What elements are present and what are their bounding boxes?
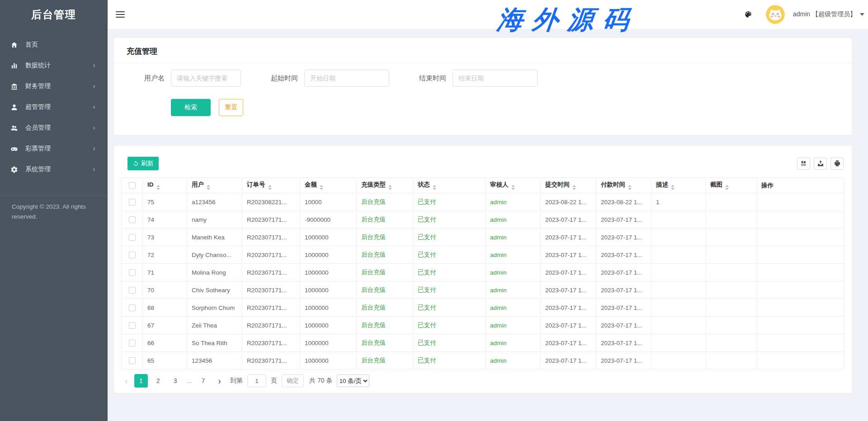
columns-button[interactable] [797,158,810,170]
row-checkbox[interactable] [129,269,136,276]
cell-order_no: R202307171... [242,246,300,264]
start-time-label: 起始时间 [264,74,298,83]
page-button-2[interactable]: 2 [151,374,165,388]
print-button[interactable] [830,158,844,170]
sidebar-item-6[interactable]: 系统管理 [0,159,108,180]
cell-recharge_type: 后台充值 [357,281,413,299]
user-menu[interactable]: admin 【超级管理员】 [793,10,856,19]
bank-icon [10,83,18,90]
cell-id: 73 [143,229,187,246]
col-header-user[interactable]: 用户 [187,178,242,193]
col-header-actions: 操作 [757,178,844,193]
col-header-submit_time[interactable]: 提交时间 [541,178,596,193]
select-all-checkbox[interactable] [129,182,136,189]
col-header-description[interactable]: 描述 [651,178,706,193]
cell-status: 已支付 [413,317,486,334]
next-page-button[interactable]: › [215,376,224,385]
start-date-input[interactable] [304,70,389,87]
row-checkbox[interactable] [129,340,136,346]
sort-icon [156,185,160,190]
theme-palette-icon[interactable] [744,10,752,19]
refresh-button[interactable]: 刷新 [127,157,159,170]
col-header-label: 截图 [710,181,722,188]
cell-submit_time: 2023-08-22 1... [541,193,596,211]
username-label: 用户名 [131,74,165,83]
confirm-page-button[interactable]: 确定 [282,374,304,387]
select-all-cell [122,178,143,193]
row-checkbox[interactable] [129,357,136,364]
export-icon [817,160,824,167]
col-header-order_no[interactable]: 订单号 [242,178,300,193]
cell-order_no: R202307171... [242,334,300,352]
sidebar-item-0[interactable]: 首页 [0,34,108,55]
sidebar-item-5[interactable]: 彩票管理 [0,138,108,159]
sidebar-item-2[interactable]: 财务管理 [0,76,108,97]
cell-screenshot [706,317,757,334]
cell-actions [757,281,844,299]
sort-icon [628,185,632,190]
cell-submit_time: 2023-07-17 1... [541,246,596,264]
sidebar-item-label: 彩票管理 [25,145,92,153]
cell-actions [757,317,844,334]
prev-page-button[interactable]: ‹ [122,376,131,385]
page-size-select[interactable]: 10 条/页 [337,374,369,387]
chevron-down-icon[interactable] [860,13,864,16]
col-header-id[interactable]: ID [143,178,187,193]
col-header-label: 提交时间 [545,181,570,188]
table-row: 72Dyly Chanso...R202307171...1000000后台充值… [122,246,844,264]
row-select-cell [122,352,143,370]
col-header-pay_time[interactable]: 付款时间 [596,178,651,193]
cell-submit_time: 2023-07-17 1... [541,352,596,370]
sidebar-item-3[interactable]: 超管管理 [0,97,108,117]
end-date-input[interactable] [453,70,538,87]
export-button[interactable] [814,158,827,170]
row-checkbox[interactable] [129,252,136,258]
row-checkbox[interactable] [129,234,136,241]
col-header-reviewer[interactable]: 审核人 [486,178,541,193]
cell-reviewer: admin [486,334,541,352]
sidebar-item-1[interactable]: 数据统计 [0,55,108,76]
cell-recharge_type: 后台充值 [357,352,413,370]
page-number-input[interactable] [247,374,266,387]
row-checkbox[interactable] [129,287,136,294]
col-header-screenshot[interactable]: 截图 [706,178,757,193]
cell-actions [757,299,844,317]
page-buttons: 123...7 [134,374,214,388]
cell-id: 71 [143,264,187,281]
table-toolbar: 刷新 [127,157,844,170]
page-button-3[interactable]: 3 [169,374,182,388]
sidebar-toggle-icon[interactable] [116,9,125,19]
row-checkbox[interactable] [129,322,136,329]
page-ellipsis: ... [187,377,192,384]
cell-user: a123456 [187,193,242,211]
cell-status: 已支付 [413,352,486,370]
search-button[interactable]: 检索 [171,99,211,116]
cell-order_no: R202307171... [242,229,300,246]
row-checkbox[interactable] [129,304,136,311]
cell-status: 已支付 [413,211,486,229]
row-select-cell [122,299,143,317]
table-row: 71Molina RongR202307171...1000000后台充值已支付… [122,264,844,281]
total-count-label: 共 70 条 [309,377,332,385]
row-checkbox[interactable] [129,216,136,223]
col-header-amount[interactable]: 金额 [300,178,357,193]
sidebar-item-label: 财务管理 [25,82,92,90]
sidebar-item-label: 数据统计 [25,61,92,70]
cell-id: 74 [143,211,187,229]
page-button-7[interactable]: 7 [196,374,210,388]
page-button-1[interactable]: 1 [134,374,148,388]
reset-button[interactable]: 重置 [219,99,243,116]
goto-page-label: 到第 [230,377,243,385]
cell-order_no: R202307171... [242,281,300,299]
cell-description [651,211,706,229]
sidebar-item-4[interactable]: 会员管理 [0,117,108,138]
sort-icon [268,185,272,190]
col-header-recharge_type[interactable]: 充值类型 [357,178,413,193]
cell-recharge_type: 后台充值 [357,229,413,246]
cell-recharge_type: 后台充值 [357,264,413,281]
row-checkbox[interactable] [129,199,136,206]
username-input[interactable] [171,70,241,87]
user-avatar[interactable] [766,5,785,24]
cell-user: So Thea Rith [187,334,242,352]
col-header-status[interactable]: 状态 [413,178,486,193]
